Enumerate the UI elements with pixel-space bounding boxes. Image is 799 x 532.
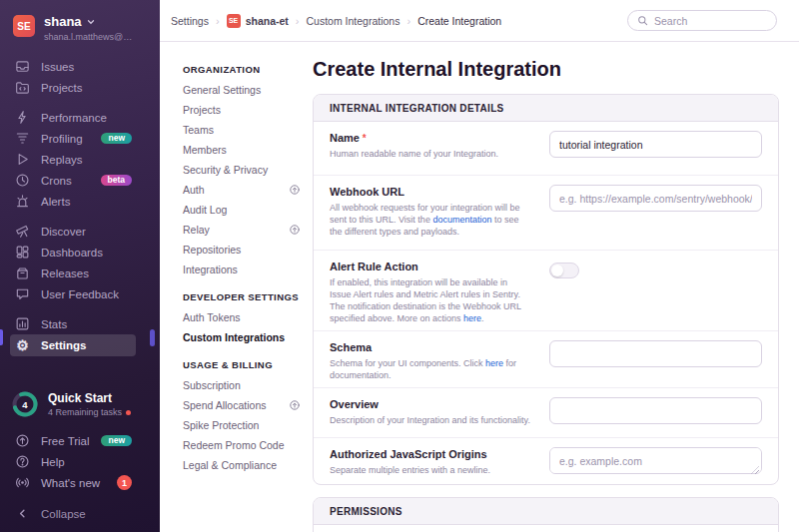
permissions-panel: PERMISSIONS Project xyxy=(313,497,779,532)
settings-nav-subscription[interactable]: Subscription xyxy=(183,375,295,395)
settings-nav-spike-protection[interactable]: Spike Protection xyxy=(183,415,295,435)
settings-nav-auth-tokens[interactable]: Auth Tokens xyxy=(183,307,295,327)
sidebar-item-label: Collapse xyxy=(41,508,86,520)
sidebar-item-settings[interactable]: ⚙ Settings xyxy=(10,334,136,356)
sidebar-item-releases[interactable]: Releases xyxy=(0,263,160,283)
org-switcher[interactable]: SE shana shana.l.matthews@… xyxy=(0,0,160,50)
settings-nav-members[interactable]: Members xyxy=(183,140,295,160)
settings-nav-custom-integrations[interactable]: Custom Integrations xyxy=(183,327,295,347)
sidebar-item-label: Help xyxy=(41,456,65,468)
overview-help: Description of your Integration and its … xyxy=(330,414,530,426)
user-meta: shana shana.l.matthews@… xyxy=(44,15,132,42)
settings-nav-spend-allocations[interactable]: Spend Allocations xyxy=(183,395,295,415)
authorized-js-origins-textarea[interactable] xyxy=(549,447,762,474)
breadcrumb-separator: › xyxy=(296,15,300,27)
sidebar-item-label: User Feedback xyxy=(41,288,119,300)
sidebar-item-stats[interactable]: Stats xyxy=(0,313,160,334)
chevron-left-icon xyxy=(15,506,30,521)
user-email: shana.l.matthews@… xyxy=(44,32,132,42)
sidebar-item-issues[interactable]: Issues xyxy=(0,56,160,77)
sidebar-item-dashboards[interactable]: Dashboards xyxy=(0,242,160,263)
sidebar-item-whats-new[interactable]: What's new 1 xyxy=(0,472,160,493)
settings-nav-legal-compliance[interactable]: Legal & Compliance xyxy=(183,455,295,475)
upsell-icon xyxy=(289,224,301,236)
sidebar-item-discover[interactable]: Discover xyxy=(0,221,160,242)
page-title: Create Internal Integration xyxy=(313,58,779,81)
settings-nav-relay[interactable]: Relay xyxy=(183,220,295,240)
name-help: Human readable name of your Integration. xyxy=(330,148,498,160)
whats-new-count-badge: 1 xyxy=(117,475,132,490)
notification-dot xyxy=(126,410,131,415)
sidebar-item-label: Performance xyxy=(41,112,107,124)
sidebar-item-label: Stats xyxy=(41,318,67,330)
overview-input[interactable] xyxy=(549,397,762,424)
sidebar-item-profiling[interactable]: Profiling new xyxy=(0,128,160,149)
authorized-js-origins-field-row: Authorized JavaScript Origins Separate m… xyxy=(314,438,778,484)
breadcrumb-settings[interactable]: Settings xyxy=(171,15,209,27)
webhook-url-input[interactable] xyxy=(549,185,762,212)
settings-nav-audit-log[interactable]: Audit Log xyxy=(183,200,295,220)
settings-nav-repositories[interactable]: Repositories xyxy=(183,240,295,260)
sidebar-item-label: Settings xyxy=(41,339,86,351)
name-input[interactable] xyxy=(549,131,762,158)
settings-nav-security-privacy[interactable]: Security & Privacy xyxy=(183,160,295,180)
sidebar-item-label: Profiling xyxy=(41,133,83,145)
breadcrumb-custom-integrations[interactable]: Custom Integrations xyxy=(306,15,400,27)
settings-nav-auth[interactable]: Auth xyxy=(183,180,295,200)
here-link[interactable]: here xyxy=(485,358,503,368)
alert-rule-action-field-row: Alert Rule Action If enabled, this integ… xyxy=(314,251,778,331)
settings-nav-integrations[interactable]: Integrations xyxy=(183,260,295,279)
sidebar-item-label: Free Trial xyxy=(41,435,90,447)
profiling-icon xyxy=(15,131,30,146)
sidebar-item-label: Replays xyxy=(41,154,83,166)
sidebar-item-projects[interactable]: Projects xyxy=(0,77,160,98)
breadcrumb-org[interactable]: SE shana-et xyxy=(227,14,289,28)
quick-start[interactable]: 4 Quick Start 4 Remaining tasks xyxy=(0,391,160,430)
sidebar-item-label: Projects xyxy=(41,82,83,94)
name-label: Name xyxy=(330,131,498,146)
name-field-row: Name Human readable name of your Integra… xyxy=(314,122,778,176)
quick-start-count: 4 xyxy=(22,399,28,410)
nav-divider xyxy=(0,98,160,107)
here-link[interactable]: here xyxy=(463,313,481,323)
sidebar-item-performance[interactable]: Performance xyxy=(0,107,160,128)
sidebar-item-label: Issues xyxy=(41,61,74,73)
authorized-js-origins-label: Authorized JavaScript Origins xyxy=(330,447,490,462)
sidebar-item-replays[interactable]: Replays xyxy=(0,149,160,170)
nav-divider xyxy=(0,212,160,221)
quick-start-progress-ring: 4 xyxy=(12,391,38,417)
schema-help: Schema for your UI components. Click her… xyxy=(330,357,531,381)
main-sidebar: SE shana shana.l.matthews@… Issues Proje… xyxy=(0,0,160,532)
top-bar: Settings › SE shana-et › Custom Integrat… xyxy=(160,0,799,42)
settings-nav-projects[interactable]: Projects xyxy=(183,100,295,120)
stats-icon xyxy=(15,316,30,331)
settings-nav-teams[interactable]: Teams xyxy=(183,120,295,140)
primary-nav: Issues Projects Performance Profiling ne… xyxy=(0,50,160,356)
dashboards-icon xyxy=(15,245,30,260)
new-badge: new xyxy=(101,133,132,145)
settings-nav-section-header: DEVELOPER SETTINGS xyxy=(183,287,313,307)
replays-icon xyxy=(15,152,30,167)
search-input[interactable] xyxy=(654,15,767,27)
breadcrumb: Settings › SE shana-et › Custom Integrat… xyxy=(171,14,501,28)
sidebar-collapse-button[interactable]: Collapse xyxy=(0,503,160,524)
upsell-icon xyxy=(289,399,301,411)
settings-nav-redeem-promo-code[interactable]: Redeem Promo Code xyxy=(183,435,295,455)
sidebar-item-help[interactable]: Help xyxy=(0,451,160,472)
crons-icon xyxy=(15,173,30,188)
documentation-link[interactable]: documentation xyxy=(432,215,491,225)
alert-rule-action-toggle[interactable] xyxy=(549,263,579,278)
sidebar-item-label: Releases xyxy=(41,267,89,279)
breadcrumb-separator: › xyxy=(216,15,220,27)
sidebar-item-crons[interactable]: Crons beta xyxy=(0,170,160,191)
settings-nav-general-settings[interactable]: General Settings xyxy=(183,80,295,100)
issues-icon xyxy=(15,59,30,74)
user-feedback-icon xyxy=(15,286,30,301)
sidebar-item-free-trial[interactable]: Free Trial new xyxy=(0,430,160,451)
alert-rule-action-help: If enabled, this integration will be ava… xyxy=(330,276,531,324)
user-name: shana xyxy=(44,15,82,29)
sidebar-item-alerts[interactable]: Alerts xyxy=(0,191,160,212)
schema-input[interactable] xyxy=(549,340,762,367)
sidebar-item-user-feedback[interactable]: User Feedback xyxy=(0,283,160,304)
search-box[interactable] xyxy=(627,10,777,31)
